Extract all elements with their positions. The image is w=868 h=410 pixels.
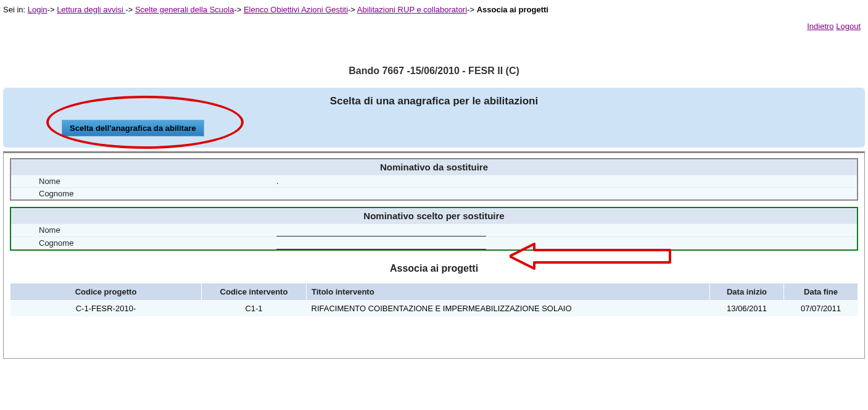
- associa-title: Associa ai progetti: [10, 257, 858, 283]
- td-codice-progetto: C-1-FESR-2010-: [10, 301, 202, 317]
- cognome-value: [276, 237, 486, 249]
- th-titolo-intervento: Titolo intervento: [307, 283, 710, 301]
- th-codice-progetto: Codice progetto: [10, 283, 202, 301]
- cognome-label: Cognome: [11, 188, 276, 199]
- panel-nominativo-scelto: Nominativo scelto per sostituire Nome Co…: [10, 207, 858, 251]
- td-data-inizio: 13/06/2011: [710, 301, 784, 317]
- td-data-fine: 07/07/2011: [784, 301, 858, 317]
- projects-table: Codice progetto Codice intervento Titolo…: [10, 283, 858, 316]
- breadcrumb: Sei in: Login-> Lettura degli avvisi -> …: [0, 0, 868, 19]
- scelta-anagrafica-button[interactable]: Scelta dell'anagrafica da abilitare: [62, 120, 204, 136]
- breadcrumb-current: Associa ai progetti: [477, 5, 548, 14]
- breadcrumb-link-elenco[interactable]: Elenco Obiettivi Azioni Gestiti: [244, 5, 348, 14]
- breadcrumb-link-scelte[interactable]: Scelte generali della Scuola: [135, 5, 234, 14]
- breadcrumb-sep: ->: [125, 5, 135, 14]
- breadcrumb-sep: ->: [348, 5, 357, 14]
- content-box: Nominativo da sostituire Nome . Cognome …: [3, 151, 865, 359]
- nome-label: Nome: [11, 224, 276, 236]
- breadcrumb-link-login[interactable]: Login: [28, 5, 48, 14]
- breadcrumb-sep: ->: [234, 5, 244, 14]
- panel-header: Nominativo scelto per sostituire: [11, 208, 857, 224]
- td-titolo-intervento: RIFACIMENTO COIBENTAZIONE E IMPERMEABILI…: [307, 301, 710, 317]
- th-data-inizio: Data inizio: [710, 283, 784, 301]
- table-header-row: Codice progetto Codice intervento Titolo…: [10, 283, 858, 301]
- nome-value: .: [276, 175, 486, 187]
- section-panel: Scelta di una anagrafica per le abilitaz…: [3, 88, 865, 148]
- breadcrumb-link-lettura[interactable]: Lettura degli avvisi: [57, 5, 125, 14]
- spacer-box: [268, 37, 601, 62]
- breadcrumb-sep: ->: [48, 5, 57, 14]
- breadcrumb-link-abilitazioni[interactable]: Abilitazioni RUP e collaboratori: [357, 5, 467, 14]
- td-codice-intervento: C1-1: [202, 301, 307, 317]
- breadcrumb-prefix: Sei in:: [3, 5, 25, 14]
- breadcrumb-sep: ->: [467, 5, 477, 14]
- table-row: C-1-FESR-2010- C1-1 RIFACIMENTO COIBENTA…: [10, 301, 858, 317]
- nome-value: [276, 224, 486, 236]
- th-codice-intervento: Codice intervento: [202, 283, 307, 301]
- section-title: Scelta di una anagrafica per le abilitaz…: [3, 95, 865, 117]
- th-data-fine: Data fine: [784, 283, 858, 301]
- nome-label: Nome: [11, 175, 276, 187]
- panel-header: Nominativo da sostituire: [11, 159, 857, 175]
- top-links: Indietro Logout: [0, 19, 868, 37]
- bando-title: Bando 7667 -15/06/2010 - FESR II (C): [3, 62, 865, 88]
- cognome-value: [276, 188, 486, 199]
- cognome-label: Cognome: [11, 237, 276, 249]
- logout-link[interactable]: Logout: [836, 22, 861, 31]
- panel-nominativo-sostituire: Nominativo da sostituire Nome . Cognome: [10, 158, 858, 201]
- indietro-link[interactable]: Indietro: [807, 22, 833, 31]
